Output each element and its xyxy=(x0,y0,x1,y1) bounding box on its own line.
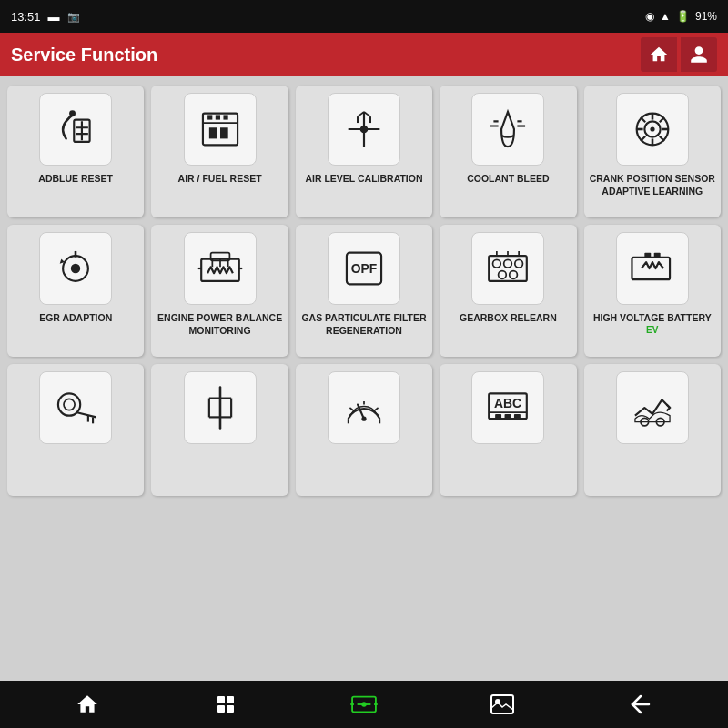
row3-3-icon xyxy=(328,371,400,444)
svg-point-54 xyxy=(58,393,80,415)
svg-line-28 xyxy=(641,136,645,141)
row3-4-icon: ABC xyxy=(471,371,544,444)
svg-point-47 xyxy=(510,271,518,279)
svg-rect-80 xyxy=(227,696,234,703)
air-level-calibration-label: AIR LEVEL CALIBRATION xyxy=(305,173,422,186)
service-card-egr-adaption[interactable]: EGR ADAPTION xyxy=(7,225,144,357)
svg-rect-6 xyxy=(207,115,212,119)
svg-point-44 xyxy=(504,259,512,268)
row3-5-icon xyxy=(616,371,689,444)
gas-particulate-icon: OPF xyxy=(328,232,400,305)
header-actions xyxy=(641,37,717,72)
service-card-high-voltage-battery[interactable]: HIGH VOLTAGE BATTERYEV xyxy=(584,225,721,357)
nav-home[interactable] xyxy=(67,684,107,724)
service-card-crank-position[interactable]: CRANK POSITION SENSOR ADAPTIVE LEARNING xyxy=(584,86,721,217)
row3-1-icon xyxy=(39,371,112,444)
service-card-row3-1[interactable] xyxy=(7,364,144,496)
service-card-air-fuel-reset[interactable]: AIR / FUEL RESET xyxy=(151,86,288,217)
service-card-row3-2[interactable] xyxy=(151,364,288,496)
page-title: Service Function xyxy=(11,45,157,66)
gearbox-relearn-icon xyxy=(471,232,544,305)
row3-2-icon xyxy=(184,371,257,444)
home-button[interactable] xyxy=(641,37,677,72)
service-card-air-level-calibration[interactable]: AIR LEVEL CALIBRATION xyxy=(296,86,432,217)
adblue-reset-icon xyxy=(39,93,112,166)
nav-recent[interactable] xyxy=(206,684,246,724)
status-bar: 13:51 ▬ 📷 ◉ ▲ 🔋 91% xyxy=(0,0,728,33)
service-card-engine-power-balance[interactable]: ENGINE POWER BALANCE MONITORING xyxy=(151,225,288,357)
coolant-bleed-icon xyxy=(471,93,544,166)
svg-point-43 xyxy=(493,259,501,268)
svg-rect-51 xyxy=(632,258,670,279)
air-level-calibration-icon xyxy=(328,93,400,166)
svg-point-65 xyxy=(361,417,366,421)
service-card-gearbox-relearn[interactable]: GEARBOX RELEARN xyxy=(440,225,576,357)
svg-point-87 xyxy=(361,702,367,707)
nav-back[interactable] xyxy=(621,684,661,724)
engine-power-balance-icon xyxy=(184,232,257,305)
gearbox-relearn-label: GEARBOX RELEARN xyxy=(460,312,557,325)
main-content: ADBLUE RESET AIR / FUEL RESET AIR LEVEL … xyxy=(0,76,728,681)
svg-text:ABC: ABC xyxy=(494,396,521,410)
high-voltage-battery-ev-badge: EV xyxy=(646,325,658,335)
svg-rect-75 xyxy=(505,414,511,419)
svg-point-45 xyxy=(515,259,523,268)
adblue-reset-label: ADBLUE RESET xyxy=(38,173,113,186)
crank-position-label: CRANK POSITION SENSOR ADAPTIVE LEARNING xyxy=(590,173,715,197)
svg-rect-79 xyxy=(217,696,225,703)
svg-line-68 xyxy=(349,408,352,410)
svg-rect-52 xyxy=(644,253,651,258)
svg-rect-82 xyxy=(227,705,234,713)
status-sim-icon: ▬ xyxy=(48,10,60,24)
engine-power-balance-label: ENGINE POWER BALANCE MONITORING xyxy=(157,312,282,337)
service-card-row3-4[interactable]: ABC xyxy=(440,364,576,496)
status-right: ◉ ▲ 🔋 91% xyxy=(645,10,717,23)
high-voltage-battery-label: HIGH VOLTAGE BATTERY xyxy=(593,312,712,325)
svg-point-46 xyxy=(499,271,507,279)
crank-position-icon xyxy=(616,93,689,166)
status-time: 13:51 xyxy=(11,10,41,24)
service-card-row3-3[interactable] xyxy=(296,364,432,496)
service-card-row3-5[interactable] xyxy=(584,364,721,496)
header: Service Function xyxy=(0,33,728,76)
svg-line-25 xyxy=(641,117,645,122)
status-wifi-icon: ▲ xyxy=(660,10,671,23)
svg-point-13 xyxy=(360,126,369,134)
svg-rect-76 xyxy=(514,414,521,419)
service-card-gas-particulate[interactable]: OPF GAS PARTICULATE FILTER REGENERATION xyxy=(296,225,432,357)
svg-text:OPF: OPF xyxy=(351,261,378,276)
user-button[interactable] xyxy=(681,37,717,72)
svg-rect-5 xyxy=(220,127,228,138)
svg-point-20 xyxy=(650,126,654,131)
svg-rect-8 xyxy=(223,115,228,119)
svg-point-55 xyxy=(64,399,75,410)
svg-line-69 xyxy=(375,408,378,410)
nav-vci[interactable] xyxy=(344,684,384,724)
egr-adaption-icon xyxy=(39,232,112,305)
status-camera-icon: 📷 xyxy=(67,11,80,23)
status-battery-icon: 🔋 xyxy=(676,10,690,23)
status-location-icon: ◉ xyxy=(645,10,654,23)
service-card-coolant-bleed[interactable]: COOLANT BLEED xyxy=(440,86,576,217)
svg-rect-53 xyxy=(654,253,661,258)
status-battery-pct: 91% xyxy=(695,10,717,23)
svg-rect-4 xyxy=(208,127,217,138)
svg-point-30 xyxy=(71,264,80,273)
svg-point-0 xyxy=(69,110,76,116)
svg-line-56 xyxy=(77,412,96,417)
air-fuel-reset-icon xyxy=(184,93,257,166)
nav-image[interactable] xyxy=(482,684,522,724)
svg-point-32 xyxy=(74,254,76,257)
svg-line-27 xyxy=(660,117,664,122)
svg-rect-81 xyxy=(217,705,225,713)
svg-rect-7 xyxy=(215,115,219,119)
service-grid: ADBLUE RESET AIR / FUEL RESET AIR LEVEL … xyxy=(7,86,721,496)
gas-particulate-label: GAS PARTICULATE FILTER REGENERATION xyxy=(301,312,427,337)
coolant-bleed-label: COOLANT BLEED xyxy=(467,173,549,186)
status-left: 13:51 ▬ 📷 xyxy=(11,10,80,24)
svg-line-26 xyxy=(660,136,664,141)
service-card-adblue-reset[interactable]: ADBLUE RESET xyxy=(7,86,144,217)
egr-adaption-label: EGR ADAPTION xyxy=(39,312,112,325)
high-voltage-battery-icon xyxy=(616,232,689,305)
air-fuel-reset-label: AIR / FUEL RESET xyxy=(178,173,262,186)
